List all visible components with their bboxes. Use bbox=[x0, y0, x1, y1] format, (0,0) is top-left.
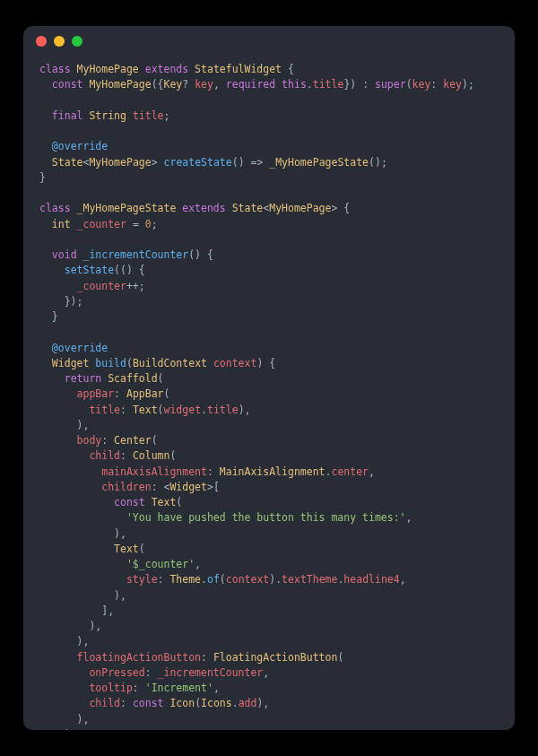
code-line bbox=[39, 325, 499, 340]
close-icon[interactable] bbox=[36, 36, 47, 47]
code-token: void bbox=[52, 248, 83, 261]
code-line: const MyHomePage({Key? key, required thi… bbox=[39, 77, 499, 92]
code-token: , bbox=[263, 666, 269, 679]
code-token: : bbox=[120, 449, 133, 462]
code-token: ). bbox=[269, 573, 282, 586]
code-token: . bbox=[232, 697, 239, 709]
code-token: tooltip bbox=[89, 682, 132, 694]
code-token: Widget bbox=[169, 481, 207, 493]
code-token: ( bbox=[158, 404, 164, 416]
code-token bbox=[39, 558, 126, 570]
code-token: : bbox=[120, 697, 133, 709]
code-token: _counter bbox=[77, 218, 126, 230]
code-token bbox=[39, 109, 52, 122]
code-token: } bbox=[39, 171, 46, 184]
code-token: Icons bbox=[201, 697, 232, 709]
window-titlebar bbox=[23, 26, 515, 56]
code-line: onPressed: _incrementCounter, bbox=[39, 665, 499, 681]
code-token: FloatingActionButton bbox=[213, 651, 337, 664]
code-token: : bbox=[133, 682, 145, 694]
code-token: Text bbox=[114, 543, 139, 555]
code-line: class _MyHomePageState extends State<MyH… bbox=[39, 201, 499, 216]
code-token: MyHomePage bbox=[89, 78, 151, 91]
code-token: ( bbox=[139, 543, 145, 555]
code-line: children: <Widget>[ bbox=[39, 480, 499, 495]
code-token: (); bbox=[369, 156, 387, 169]
code-token: : bbox=[207, 465, 220, 478]
code-token: String bbox=[89, 109, 132, 122]
code-token: 'Increment' bbox=[145, 682, 213, 694]
code-token: } bbox=[39, 310, 58, 323]
code-token: const bbox=[114, 496, 152, 508]
code-token: class bbox=[39, 63, 77, 75]
code-window: class MyHomePage extends StatefulWidget … bbox=[23, 26, 515, 730]
code-token: Icon bbox=[169, 697, 195, 709]
code-token: Widget bbox=[52, 357, 95, 369]
code-line bbox=[39, 186, 499, 201]
code-token: context bbox=[226, 573, 269, 586]
code-token: ), bbox=[39, 713, 89, 726]
code-editor[interactable]: class MyHomePage extends StatefulWidget … bbox=[23, 56, 515, 730]
code-token: : bbox=[158, 573, 170, 586]
code-line: child: Column( bbox=[39, 448, 499, 464]
code-token: Scaffold bbox=[108, 372, 157, 385]
code-token: . bbox=[201, 404, 207, 416]
code-token bbox=[39, 697, 89, 709]
code-token: build bbox=[95, 357, 126, 369]
code-token: ? bbox=[182, 78, 195, 91]
code-token: : < bbox=[152, 481, 170, 493]
code-token: @override bbox=[52, 140, 108, 152]
code-token: MainAxisAlignment bbox=[220, 465, 325, 478]
code-token: ( bbox=[176, 496, 182, 508]
code-token: : bbox=[114, 387, 126, 400]
minimize-icon[interactable] bbox=[54, 36, 65, 47]
code-line: final String title; bbox=[39, 109, 499, 124]
code-token: . bbox=[201, 573, 207, 586]
code-token bbox=[39, 156, 52, 169]
code-token bbox=[39, 666, 89, 679]
code-token: , bbox=[400, 573, 406, 586]
code-token: ), bbox=[239, 404, 251, 416]
code-token: , bbox=[195, 558, 201, 570]
code-token bbox=[39, 264, 65, 276]
code-token: ( bbox=[158, 372, 164, 385]
code-token: headline4 bbox=[343, 573, 399, 586]
code-token: int bbox=[52, 218, 77, 230]
code-token: Text bbox=[133, 404, 158, 416]
code-token: ); bbox=[39, 728, 77, 730]
code-token: State bbox=[52, 156, 83, 169]
code-line: body: Center( bbox=[39, 433, 499, 448]
code-line bbox=[39, 93, 499, 109]
code-line bbox=[39, 232, 499, 248]
code-token: class bbox=[39, 202, 77, 214]
code-token: '$_counter' bbox=[126, 558, 195, 570]
code-token: : bbox=[430, 78, 443, 91]
code-line: ), bbox=[39, 634, 499, 649]
code-token: ), bbox=[39, 527, 126, 540]
code-token: super bbox=[375, 78, 406, 91]
code-token: key bbox=[195, 78, 213, 91]
code-token bbox=[39, 543, 114, 555]
code-line: ), bbox=[39, 588, 499, 604]
code-token: 'You have pushed the button this many ti… bbox=[126, 511, 406, 524]
code-token: ), bbox=[39, 589, 126, 602]
code-line: State<MyHomePage> createState() => _MyHo… bbox=[39, 155, 499, 170]
code-line: ), bbox=[39, 418, 499, 433]
code-token: add bbox=[239, 697, 257, 709]
maximize-icon[interactable] bbox=[72, 36, 82, 47]
code-token bbox=[39, 573, 126, 586]
code-token bbox=[39, 682, 89, 694]
code-line: Text( bbox=[39, 542, 499, 557]
code-token: _counter bbox=[77, 280, 126, 292]
code-token: @override bbox=[52, 342, 108, 354]
code-token: child bbox=[89, 697, 120, 709]
code-token: ( bbox=[337, 651, 343, 664]
code-token: children bbox=[101, 481, 151, 493]
code-line: appBar: AppBar( bbox=[39, 387, 499, 402]
code-token: return bbox=[65, 372, 108, 385]
code-token: extends bbox=[182, 202, 231, 214]
code-token: : bbox=[201, 651, 213, 664]
code-line: ); bbox=[39, 727, 499, 730]
code-line: _counter++; bbox=[39, 279, 499, 294]
code-token bbox=[39, 280, 77, 292]
